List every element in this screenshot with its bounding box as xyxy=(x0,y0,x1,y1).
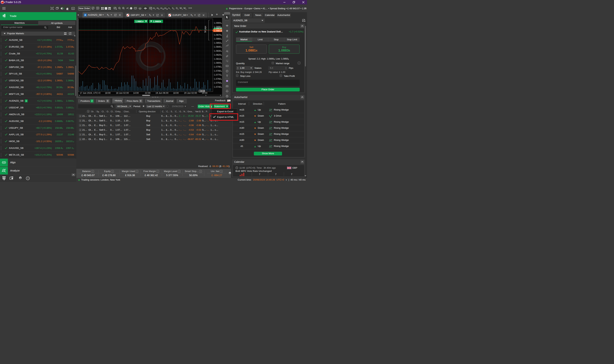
svg-text:EN: EN xyxy=(72,8,74,10)
svg-text:1.08000: 1.08000 xyxy=(214,62,222,64)
svg-text:1.08200: 1.08200 xyxy=(214,54,222,56)
svg-text:1.08500: 1.08500 xyxy=(214,42,222,44)
svg-text:1.07600: 1.07600 xyxy=(214,78,222,80)
svg-text:E: E xyxy=(227,51,228,52)
svg-text:1.08814: 1.08814 xyxy=(214,30,222,32)
svg-text:1.09000: 1.09000 xyxy=(214,22,222,24)
svg-text:1.08400: 1.08400 xyxy=(214,46,222,48)
svg-text:50 pips: 50 pips xyxy=(204,26,207,33)
svg-text:1.08600: 1.08600 xyxy=(214,38,222,40)
svg-text:1.07900: 1.07900 xyxy=(214,65,222,68)
svg-text:18:00: 18:00 xyxy=(173,92,179,94)
svg-text:F: F xyxy=(227,61,228,62)
svg-text:1.08700: 1.08700 xyxy=(214,34,222,36)
svg-text:22:00: 22:00 xyxy=(145,92,150,94)
svg-text:17 Jun 2024, UTC+0: 17 Jun 2024, UTC+0 xyxy=(80,92,100,94)
svg-text:1.07500: 1.07500 xyxy=(214,82,222,84)
svg-text:1.08814: 1.08814 xyxy=(135,20,144,23)
svg-text:1.07400: 1.07400 xyxy=(214,86,222,88)
svg-text:1.07700: 1.07700 xyxy=(214,74,222,76)
svg-text:1.07800: 1.07800 xyxy=(214,70,222,72)
svg-text:?: ? xyxy=(27,177,28,180)
svg-text:18:00: 18:00 xyxy=(105,92,110,94)
svg-text:19 Jun 06:00: 19 Jun 06:00 xyxy=(156,92,168,94)
svg-text:19:32: 19:32 xyxy=(200,90,205,92)
svg-text:1.08100: 1.08100 xyxy=(214,58,222,60)
svg-text:14:00: 14:00 xyxy=(133,92,139,94)
svg-text:1.08836: 1.08836 xyxy=(153,20,161,23)
svg-text:20 Jun 02:00: 20 Jun 02:00 xyxy=(184,92,197,94)
svg-text:1.08300: 1.08300 xyxy=(214,50,222,52)
svg-text:18 Jun 02:00: 18 Jun 02:00 xyxy=(116,92,129,94)
